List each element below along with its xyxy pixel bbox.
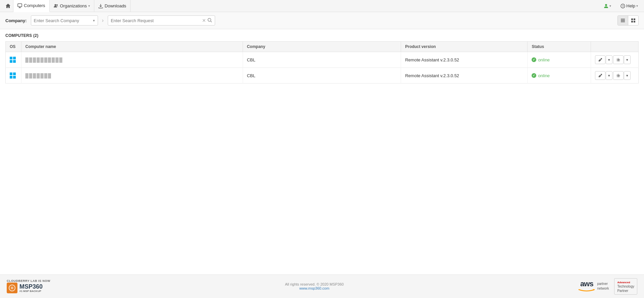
main-content: COMPUTERS (2) OS Computer name Company P… (0, 29, 644, 275)
computer-name-2: ███████ (26, 73, 52, 78)
msp360-icon (7, 283, 17, 293)
windows-icon-2 (10, 72, 16, 79)
col-company: Company (243, 42, 401, 52)
nav-downloads[interactable]: Downloads (94, 0, 131, 12)
organizations-dropdown-arrow: ▾ (88, 4, 90, 8)
company-cell-2: CBL (243, 68, 401, 84)
technology-partner-badge: Advanced Technology Partner (614, 278, 637, 295)
connect-button-2[interactable] (595, 71, 605, 80)
svg-point-3 (54, 4, 56, 6)
windows-icon-1 (10, 57, 16, 63)
company-cell-1: CBL (243, 52, 401, 68)
help-menu-button[interactable]: ? Help ▾ (617, 0, 641, 12)
computer-name-1: ██████████ (26, 57, 63, 62)
online-label-2: online (538, 73, 550, 78)
product-version-cell-2: Remote Assistant v.2.3.0.52 (401, 68, 528, 84)
footer-center: All rights reserved. © 2020 MSP360 www.m… (50, 282, 578, 290)
msp360-badge: MSP360 #1 MSP BACKUP (7, 283, 50, 293)
copyright-text: All rights reserved. © 2020 MSP360 (50, 282, 578, 286)
settings-button-2[interactable] (613, 71, 624, 80)
aws-partner-label: partnernetwork (597, 282, 609, 290)
table-header-row: OS Computer name Company Product version… (6, 42, 639, 52)
svg-text:?: ? (622, 5, 624, 8)
product-version-2: Remote Assistant v.2.3.0.52 (405, 73, 459, 78)
nav-computers[interactable]: Computers (13, 0, 50, 12)
cloudberry-label: CLOUDBERRY LAB IS NOW (7, 279, 50, 283)
company-label: Company: (5, 18, 27, 23)
svg-point-21 (11, 287, 13, 289)
svg-point-18 (617, 75, 619, 76)
svg-rect-16 (634, 21, 635, 22)
col-computer-name: Computer name (21, 42, 243, 52)
settings-button-1[interactable] (613, 55, 624, 64)
user-dropdown-arrow: ▾ (609, 4, 611, 8)
aws-logo-text: aws (578, 280, 595, 288)
connect-button-1[interactable] (595, 55, 605, 64)
connect-dropdown-button-1[interactable]: ▾ (606, 55, 612, 64)
partner-label: Partner (617, 289, 628, 293)
clear-search-button[interactable]: ✕ (202, 18, 206, 23)
nav-downloads-label: Downloads (105, 3, 126, 8)
msp360-sub: #1 MSP BACKUP (19, 290, 43, 293)
tech-partner-text: Advanced Technology Partner (617, 280, 634, 293)
nav-organizations[interactable]: Organizations ▾ (50, 0, 94, 12)
help-dropdown-arrow: ▾ (636, 4, 638, 8)
online-dot-1 (532, 57, 536, 62)
company-value-1: CBL (247, 57, 255, 62)
svg-point-8 (208, 18, 211, 21)
forward-arrow-icon: › (101, 17, 105, 23)
aws-partner-badge: aws partnernetwork (578, 280, 609, 293)
svg-rect-13 (631, 18, 633, 20)
grid-view-button[interactable] (628, 15, 638, 26)
msp360-text: MSP360 (19, 284, 43, 290)
status-cell-2: online (528, 68, 591, 84)
table-row: ██████████ CBL Remote Assistant v.2.3.0.… (6, 52, 639, 68)
technology-label: Technology (617, 285, 634, 288)
settings-dropdown-button-2[interactable]: ▾ (624, 71, 631, 80)
os-cell-2 (6, 68, 21, 84)
col-os: OS (6, 42, 21, 52)
svg-rect-15 (631, 21, 633, 22)
status-cell-1: online (528, 52, 591, 68)
nav-computers-label: Computers (24, 3, 45, 8)
company-search-container: ▾ (31, 15, 98, 26)
svg-rect-14 (634, 18, 635, 20)
nav-right-section: ▾ ? Help ▾ (600, 0, 641, 12)
svg-point-4 (56, 4, 58, 6)
home-button[interactable] (3, 0, 13, 12)
table-row: ███████ CBL Remote Assistant v.2.3.0.52 … (6, 68, 639, 84)
advanced-label: Advanced (617, 281, 630, 284)
website-link[interactable]: www.msp360.com (50, 286, 578, 290)
footer-logo: CLOUDBERRY LAB IS NOW MSP360 #1 MSP BACK… (7, 279, 50, 293)
aws-logo-area: aws (578, 280, 595, 293)
top-navigation: Computers Organizations ▾ Downloads ▾ (0, 0, 644, 12)
company-search-input[interactable] (34, 18, 93, 23)
product-version-cell-1: Remote Assistant v.2.3.0.52 (401, 52, 528, 68)
actions-cell-1: ▾ ▾ (591, 52, 638, 68)
online-label-1: online (538, 57, 550, 62)
search-button[interactable] (207, 18, 212, 23)
list-view-button[interactable] (618, 15, 628, 26)
svg-point-5 (605, 4, 607, 6)
request-search-input[interactable] (111, 18, 201, 23)
aws-partner-text: partnernetwork (597, 282, 609, 291)
svg-rect-0 (18, 4, 22, 7)
actions-cell-2: ▾ ▾ (591, 68, 638, 84)
connect-dropdown-button-2[interactable]: ▾ (606, 71, 612, 80)
help-label: Help (626, 3, 635, 8)
footer: CLOUDBERRY LAB IS NOW MSP360 #1 MSP BACK… (0, 275, 644, 298)
col-actions (591, 42, 638, 52)
product-version-1: Remote Assistant v.2.3.0.52 (405, 57, 459, 62)
company-dropdown-arrow[interactable]: ▾ (93, 18, 95, 23)
computer-name-cell-2: ███████ (21, 68, 243, 84)
settings-dropdown-button-1[interactable]: ▾ (624, 55, 631, 64)
computer-name-cell-1: ██████████ (21, 52, 243, 68)
col-status: Status (528, 42, 591, 52)
online-dot-2 (532, 73, 536, 78)
os-cell-1 (6, 52, 21, 68)
aws-smile-icon (578, 288, 595, 292)
user-menu-button[interactable]: ▾ (600, 0, 614, 12)
search-toolbar: Company: ▾ › ✕ (0, 12, 644, 29)
nav-organizations-label: Organizations (60, 3, 87, 8)
svg-point-17 (617, 59, 619, 60)
